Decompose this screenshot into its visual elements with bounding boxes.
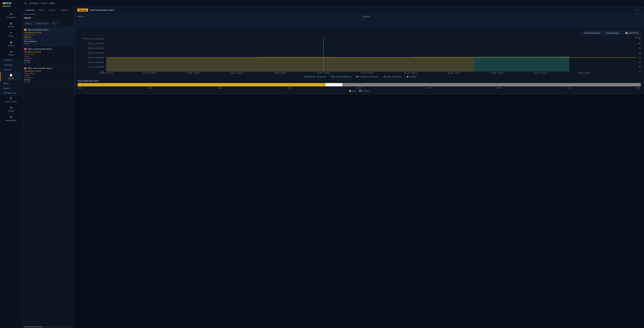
list-scrollbar[interactable]	[24, 326, 72, 327]
svg-text:10:00: 10:00	[317, 72, 330, 74]
svg-rect-2	[9, 2, 11, 4]
monitor-icon: ◉	[10, 22, 12, 25]
alert-date: 2024/08/30 14:21:09	[24, 32, 72, 34]
alert-item[interactable]: ! EMS communication failure 2024/08/16 1…	[22, 46, 74, 65]
legend-label: Outdoor temperature	[334, 76, 351, 78]
tl-label: 12:00	[357, 87, 361, 89]
calendar-icon: 📅	[626, 32, 628, 34]
sidebar-item-product[interactable]: ◈ Product	[0, 48, 22, 58]
sidebar-item-strategic[interactable]: Strategic	[0, 67, 22, 72]
refresh-icon[interactable]: ↻	[636, 9, 638, 11]
alert-opened-label: Opened Time	[24, 53, 72, 55]
modal-overlay: Warning High temperature alarm ↻ ✕ Cause…	[74, 7, 644, 328]
legend-indoor: — Indoor temperature	[381, 76, 402, 78]
alert-importance-label: Importance	[24, 57, 72, 59]
svg-text:20:00: 20:00	[534, 72, 547, 74]
sidebar-item-display[interactable]: 🖥 Display	[0, 105, 22, 114]
legend-evaporator: — Evaporator temperature	[302, 76, 326, 78]
tl-legend-alerts: Alerts	[349, 90, 356, 92]
timeline-bar	[78, 83, 641, 86]
alert-detail-modal: Warning High temperature alarm ↻ ✕ Cause…	[74, 7, 644, 94]
alert-opened-label: Opened Time	[24, 34, 72, 36]
svg-text:100: 100	[638, 66, 641, 68]
svg-text:12:00: 12:00	[360, 72, 373, 74]
solution-label: Solution	[362, 15, 641, 18]
menu-toggle-icon[interactable]: ☰	[24, 2, 26, 5]
solution-value: --	[362, 19, 641, 21]
export-alarm-button[interactable]: Exporting Alarm	[604, 31, 622, 35]
device-library-icon: 🗄	[10, 97, 12, 100]
sidebar-item-command[interactable]: Command	[0, 62, 22, 67]
sidebar-item-firmware[interactable]: Firmware	[0, 58, 22, 62]
alert-title-row: ! EMS communication failure	[24, 48, 72, 50]
date-value: 2024-08-30	[629, 32, 639, 34]
sidebar-item-label: Display	[8, 110, 14, 112]
date-picker-button[interactable]: 📅 2024-08-30	[623, 31, 641, 35]
svg-text:08:00: 08:00	[273, 72, 286, 74]
chart-svg: 70,000 60,000 50,000 40,000 30,000 20,00…	[78, 37, 641, 74]
sidebar-item-management[interactable]: ⚙ Management	[0, 114, 22, 123]
tl-label: 00:00	[78, 87, 82, 89]
alert-item[interactable]: ! High temperature alarm 2024/08/30 14:2…	[22, 27, 74, 46]
tl-legend-dot	[359, 90, 361, 92]
tab-operatio[interactable]: Operatio... ✕	[59, 8, 72, 14]
sidebar-item-label: Plants	[8, 35, 14, 37]
warning-badge: Warning	[77, 8, 88, 11]
sidebar-item-operation-log[interactable]: Operation Log	[0, 91, 22, 95]
line-chart: 70,000 60,000 50,000 40,000 30,000 20,00…	[78, 37, 641, 74]
filter-status[interactable]: Status ▾	[24, 22, 34, 25]
alert-item[interactable]: ! EMS communication failure 2024/08/16 1…	[22, 65, 74, 85]
timeline-alert	[78, 83, 326, 86]
breadcrumb-dashboard[interactable]: Dashboard	[29, 2, 39, 4]
sidebar-item-alerts[interactable]: Alerts	[0, 81, 22, 86]
timeline-legend: Alerts No Alerts	[78, 90, 641, 92]
legend-dot	[384, 76, 385, 77]
svg-text:18:00: 18:00	[490, 72, 504, 74]
legend-dot	[332, 76, 333, 77]
filter-row: Status ▾ Device Type ▾ In...	[22, 21, 74, 26]
svg-text:400: 400	[638, 52, 641, 54]
svg-rect-0	[3, 2, 5, 4]
management-icon: ⚙	[10, 116, 12, 119]
alert-icon-failure: !	[24, 67, 26, 69]
tl-label: 03:00	[148, 87, 152, 89]
svg-text:16:00: 16:00	[447, 72, 460, 74]
svg-text:20,000: 20,000	[88, 61, 104, 63]
sidebar-item-plants[interactable]: ❧ Plants	[0, 29, 22, 39]
select-params-button[interactable]: Select Parameters	[582, 31, 602, 35]
alert-device-label: Devices	[24, 81, 72, 83]
svg-text:02:00: 02:00	[143, 72, 156, 74]
close-icon[interactable]: ✕	[639, 9, 641, 11]
sidebar-item-dashboard[interactable]: ⊞ Dashboard	[0, 11, 22, 20]
tl-label: 21:00	[566, 87, 571, 89]
tab-close-devices[interactable]: ✕	[50, 11, 51, 13]
tab-close-plants[interactable]: ✕	[39, 11, 40, 13]
tab-plants[interactable]: Plants ✕	[36, 8, 47, 14]
filter-in[interactable]: In...	[51, 22, 58, 25]
logo: MEGA·EVO	[0, 0, 22, 11]
filter-device-type[interactable]: Device Type ▾	[35, 22, 50, 25]
sidebar-item-record[interactable]: 📋 Record	[0, 72, 22, 81]
tab-dashboard[interactable]: Dashboard	[24, 8, 36, 14]
breadcrumb-record[interactable]: Record	[41, 2, 48, 4]
cause-section: Cause --	[75, 13, 359, 28]
sidebar-item-monitor[interactable]: ◉ Monitor	[0, 20, 22, 29]
chart-legend: — Evaporator temperature — Outdoor tempe…	[78, 76, 641, 78]
svg-text:0: 0	[638, 71, 641, 73]
tab-devices[interactable]: Devices ✕	[47, 8, 59, 14]
legend-dot	[356, 76, 358, 77]
sidebar-item-label: Devices	[8, 44, 14, 47]
tab-close-operatio[interactable]: ✕	[62, 11, 63, 13]
alert-opened-label: Opened Time	[24, 72, 72, 74]
breadcrumb-sep-1: /	[40, 2, 40, 4]
breadcrumb-alerts: Alerts	[50, 2, 55, 4]
modal-controls: ↻ ✕	[636, 9, 641, 11]
alert-icon-warning: !	[24, 29, 26, 31]
logo-icon: MEGA·EVO	[2, 2, 12, 8]
sidebar-item-device-library[interactable]: 🗄 Device Library	[0, 95, 22, 105]
alert-device: Air Conditioner	[24, 40, 72, 42]
sidebar-item-devices[interactable]: ▣ Devices	[0, 39, 22, 48]
tl-label: 09:00	[287, 87, 292, 89]
record-icon: 📋	[10, 73, 13, 77]
sidebar-item-report[interactable]: Report	[0, 86, 22, 91]
